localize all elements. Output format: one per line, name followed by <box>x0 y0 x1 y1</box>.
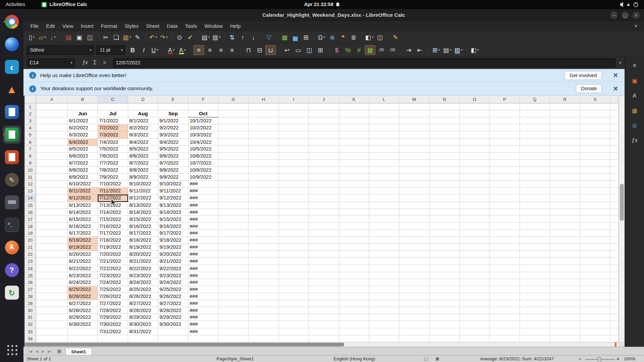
cell-D11[interactable]: 8/9/2022 <box>128 174 158 181</box>
cell-O22[interactable] <box>460 251 490 258</box>
cell-I4[interactable] <box>279 124 309 131</box>
cell-N13[interactable] <box>429 188 460 195</box>
cell-O4[interactable] <box>460 124 490 131</box>
cell-I10[interactable] <box>279 167 309 174</box>
align-bottom-button[interactable]: ⊔ <box>265 45 276 55</box>
cell-L20[interactable] <box>369 237 399 244</box>
cell-G3[interactable] <box>218 117 249 124</box>
cell-L4[interactable] <box>369 124 399 131</box>
cell-I1[interactable] <box>279 104 309 111</box>
row-header-5[interactable]: 5 <box>24 131 36 138</box>
cell-O13[interactable] <box>460 188 490 195</box>
cell-C12[interactable]: 7/10/2022 <box>98 181 128 188</box>
cell-Q13[interactable] <box>520 188 550 195</box>
cell-F9[interactable]: 10/7/2022 <box>189 160 219 167</box>
cell-R3[interactable] <box>550 117 580 124</box>
cell-G33[interactable] <box>218 328 249 335</box>
cell-R19[interactable] <box>550 230 580 237</box>
cell-P21[interactable] <box>490 244 520 251</box>
cell-H21[interactable] <box>249 244 279 251</box>
cell-M34[interactable] <box>399 335 430 342</box>
cell-Q5[interactable] <box>520 131 550 138</box>
row-header-3[interactable]: 3 <box>24 117 36 124</box>
cell-P4[interactable] <box>490 124 520 131</box>
cell-E8[interactable]: 9/6/2022 <box>158 153 189 160</box>
cell-B24[interactable]: 6/22/2022 <box>68 265 98 272</box>
menu-view[interactable]: View <box>59 22 77 30</box>
functions-icon[interactable]: ƒx <box>629 135 640 145</box>
cell-Q22[interactable] <box>520 251 550 258</box>
column-header-M[interactable]: M <box>399 96 430 103</box>
cell-J12[interactable] <box>309 181 339 188</box>
cell-N7[interactable] <box>429 145 460 153</box>
cell-O25[interactable] <box>460 272 490 279</box>
cell-R23[interactable] <box>550 258 580 265</box>
cell-L29[interactable] <box>369 300 399 307</box>
cell-D21[interactable]: 8/19/2022 <box>128 244 158 251</box>
cell-N1[interactable] <box>429 104 460 111</box>
cell-I16[interactable] <box>279 209 309 216</box>
cell-H7[interactable] <box>249 145 279 153</box>
cell-Q30[interactable] <box>520 307 550 314</box>
cell-D13[interactable]: 8/11/2022 <box>128 188 158 195</box>
cell-I29[interactable] <box>279 300 309 307</box>
cell-R18[interactable] <box>550 223 580 230</box>
column-header-B[interactable]: B <box>68 96 98 103</box>
format-as-currency-button[interactable]: $ <box>331 45 342 55</box>
cell-S20[interactable] <box>580 237 610 244</box>
cell-A5[interactable] <box>36 131 68 138</box>
cell-S23[interactable] <box>580 258 610 265</box>
close-document-button[interactable]: × <box>634 23 637 29</box>
cell-J23[interactable] <box>309 258 339 265</box>
cell-L14[interactable] <box>369 195 399 202</box>
cell-J1[interactable] <box>309 104 339 111</box>
row-header-25[interactable]: 25 <box>24 272 36 279</box>
cell-H8[interactable] <box>249 153 279 160</box>
cell-H24[interactable] <box>249 265 279 272</box>
cell-P2[interactable] <box>490 111 520 118</box>
cell-R10[interactable] <box>550 167 580 174</box>
cell-S10[interactable] <box>580 167 610 174</box>
cell-N32[interactable] <box>429 321 460 328</box>
cell-P5[interactable] <box>490 131 520 138</box>
cell-I7[interactable] <box>279 145 309 153</box>
vertical-scrollbar[interactable] <box>619 96 625 342</box>
page-style-indicator[interactable]: PageStyle_Sheet1 <box>216 356 254 361</box>
cell-P17[interactable] <box>490 216 520 223</box>
cell-I9[interactable] <box>279 160 309 167</box>
paste-button[interactable]: ▥▾ <box>121 32 132 42</box>
cell-K19[interactable] <box>339 230 369 237</box>
cell-B32[interactable]: 6/30/2022 <box>68 321 98 328</box>
print-button[interactable]: ▣ <box>74 32 85 42</box>
column-header-G[interactable]: G <box>218 96 249 103</box>
cell-J33[interactable] <box>309 328 339 335</box>
column-header-L[interactable]: L <box>369 96 399 103</box>
cell-B28[interactable]: 6/26/2022 <box>68 293 98 300</box>
cell-K14[interactable] <box>339 195 369 202</box>
row-header-1[interactable]: 1 <box>24 104 36 111</box>
cell-C34[interactable] <box>98 335 128 342</box>
cell-B23[interactable]: 6/21/2022 <box>68 258 98 265</box>
cell-I34[interactable] <box>279 335 309 342</box>
cell-D18[interactable]: 8/16/2022 <box>128 223 158 230</box>
cell-E26[interactable]: 9/24/2022 <box>158 279 189 286</box>
cell-B15[interactable]: 6/13/2022 <box>68 202 98 209</box>
wrap-text-button[interactable]: ↩ <box>282 45 292 55</box>
cell-M13[interactable] <box>399 188 430 195</box>
next-sheet-button[interactable]: ▶ <box>42 349 44 353</box>
row-header-26[interactable]: 26 <box>24 279 36 286</box>
activities-button[interactable]: Activities <box>0 2 31 7</box>
cell-M31[interactable] <box>399 314 430 321</box>
cell-O26[interactable] <box>460 279 490 286</box>
cell-A25[interactable] <box>36 272 68 279</box>
cell-A24[interactable] <box>36 265 68 272</box>
font-name-combo[interactable]: Söhne▾ <box>26 45 94 55</box>
cell-R4[interactable] <box>550 124 580 131</box>
cell-A33[interactable] <box>36 328 68 335</box>
center-vertically-button[interactable]: ⊟ <box>254 45 265 55</box>
cell-G17[interactable] <box>218 216 249 223</box>
cell-O31[interactable] <box>460 314 490 321</box>
column-header-O[interactable]: O <box>460 96 490 103</box>
first-sheet-button[interactable]: |◀ <box>28 349 32 353</box>
cell-M9[interactable] <box>399 160 430 167</box>
